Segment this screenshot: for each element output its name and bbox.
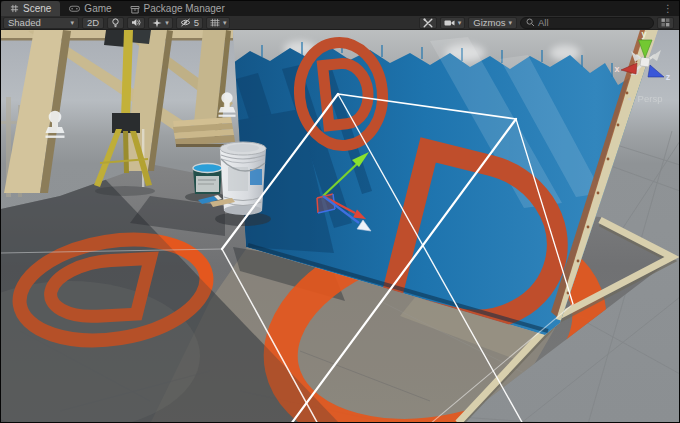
toolbar-right-group: ▾ Gizmos ▾ All (419, 17, 677, 29)
lightbulb-icon (111, 18, 120, 28)
search-icon (526, 18, 535, 27)
paint-can (193, 164, 222, 195)
hidden-count: 5 (194, 17, 199, 28)
gamepad-icon (69, 4, 80, 13)
lumber-stack (173, 117, 235, 147)
camera-settings-dropdown[interactable]: ▾ (440, 17, 466, 29)
grid-visibility-dropdown[interactable]: ▾ (206, 17, 231, 29)
scene-grid-icon (10, 4, 19, 13)
component-tools-button[interactable] (419, 17, 437, 29)
tab-game-label: Game (84, 3, 111, 14)
search-placeholder: All (538, 17, 549, 28)
axis-y-label: y (641, 30, 646, 39)
pixel-grid-icon (661, 18, 670, 27)
tab-game[interactable]: Game (60, 1, 120, 16)
tab-scene[interactable]: Scene (1, 1, 60, 16)
effects-dropdown-button[interactable]: ▾ (148, 17, 173, 29)
2d-toggle-button[interactable]: 2D (82, 17, 104, 29)
search-input[interactable]: All (520, 17, 654, 29)
effects-star-icon (152, 18, 162, 28)
package-box-icon (130, 4, 140, 14)
audio-toggle-button[interactable] (127, 17, 145, 29)
grid-icon (210, 18, 220, 27)
tab-package-manager-label: Package Manager (144, 3, 225, 14)
gizmos-label: Gizmos (473, 17, 505, 28)
tab-scene-label: Scene (23, 3, 51, 14)
scene-toolbar: Shaded ▾ 2D ▾ 5 (1, 16, 679, 30)
speaker-icon (131, 18, 141, 27)
axis-z-label: z (666, 72, 671, 82)
tab-bar: Scene Game Package Manager ⋮ (1, 1, 679, 16)
projection-mode-label[interactable]: Persp (638, 93, 663, 104)
chevron-down-icon: ▾ (165, 19, 169, 26)
persp-arrow-icon: ◂ (627, 94, 631, 103)
video-camera-icon (444, 19, 455, 27)
paint-bucket (220, 142, 266, 215)
scene-viewport[interactable]: y x z ◂ Persp (1, 30, 679, 422)
crossed-tools-icon (423, 18, 433, 28)
chevron-down-icon: ▾ (458, 19, 462, 26)
eye-hidden-icon (180, 18, 191, 27)
search-filter-button[interactable] (657, 17, 674, 29)
draw-mode-label: Shaded (8, 17, 41, 28)
unity-editor-window: Scene Game Package Manager ⋮ Shaded ▾ 2D (0, 0, 680, 423)
scene-visibility-button[interactable]: 5 (176, 17, 203, 29)
axis-x-label: x (614, 64, 619, 74)
lighting-toggle-button[interactable] (107, 17, 124, 29)
tab-options-icon[interactable]: ⋮ (657, 1, 679, 16)
chevron-down-icon: ▾ (70, 19, 74, 26)
tab-package-manager[interactable]: Package Manager (121, 1, 234, 16)
draw-mode-dropdown[interactable]: Shaded ▾ (3, 17, 79, 29)
chevron-down-icon: ▾ (508, 19, 512, 26)
chevron-down-icon: ▾ (223, 19, 227, 26)
2d-label: 2D (87, 17, 99, 28)
gizmos-dropdown[interactable]: Gizmos ▾ (468, 17, 517, 29)
